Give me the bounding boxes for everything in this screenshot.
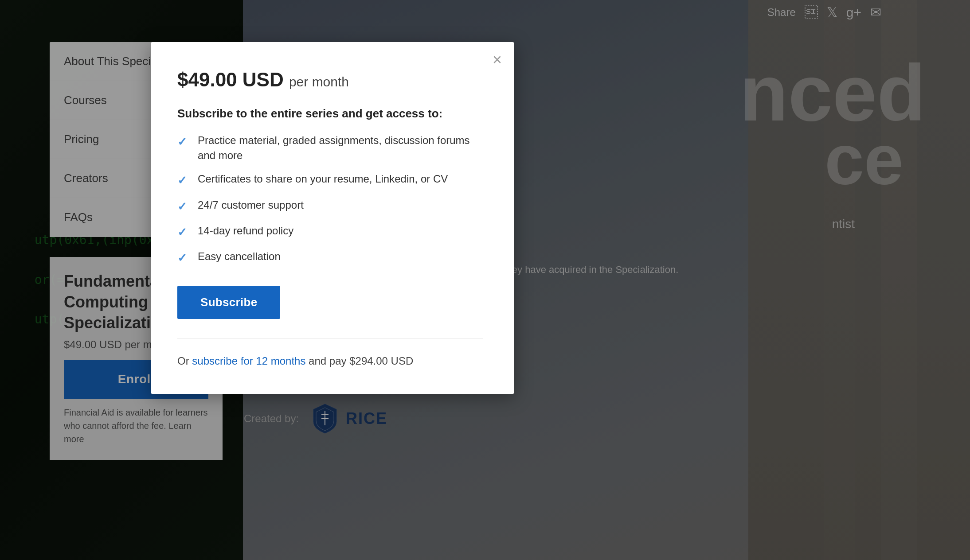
benefit-text-2: Certificates to share on your resume, Li… (198, 171, 448, 187)
modal-close-button[interactable]: × (493, 52, 502, 68)
benefit-text-3: 24/7 customer support (198, 198, 304, 213)
benefit-text-4: 14-day refund policy (198, 223, 293, 238)
subscription-modal: × $49.00 USD per month Subscribe to the … (151, 42, 514, 394)
modal-divider (177, 338, 483, 339)
annual-prefix: Or (177, 355, 192, 367)
benefit-text-5: Easy cancellation (198, 249, 281, 264)
checkmark-icon-2: ✓ (177, 172, 187, 188)
checkmark-icon-1: ✓ (177, 134, 187, 150)
modal-annual-offer: Or subscribe for 12 months and pay $294.… (177, 355, 483, 367)
annual-subscribe-link[interactable]: subscribe for 12 months (192, 355, 305, 367)
annual-suffix: and pay $294.00 USD (305, 355, 413, 367)
benefit-item-4: ✓ 14-day refund policy (177, 223, 483, 240)
benefit-item-5: ✓ Easy cancellation (177, 249, 483, 266)
benefit-item-1: ✓ Practice material, graded assignments,… (177, 133, 483, 163)
modal-subtitle: Subscribe to the entire series and get a… (177, 107, 483, 121)
benefit-item-2: ✓ Certificates to share on your resume, … (177, 171, 483, 188)
modal-price-display: $49.00 USD per month (177, 69, 483, 91)
benefit-item-3: ✓ 24/7 customer support (177, 198, 483, 214)
checkmark-icon-3: ✓ (177, 198, 187, 214)
modal-price-amount: $49.00 USD (177, 69, 284, 90)
subscribe-button[interactable]: Subscribe (177, 286, 280, 319)
checkmark-icon-5: ✓ (177, 250, 187, 266)
benefit-text-1: Practice material, graded assignments, d… (198, 133, 483, 163)
modal-benefits-list: ✓ Practice material, graded assignments,… (177, 133, 483, 266)
checkmark-icon-4: ✓ (177, 224, 187, 240)
modal-price-period-text: per month (289, 74, 349, 89)
